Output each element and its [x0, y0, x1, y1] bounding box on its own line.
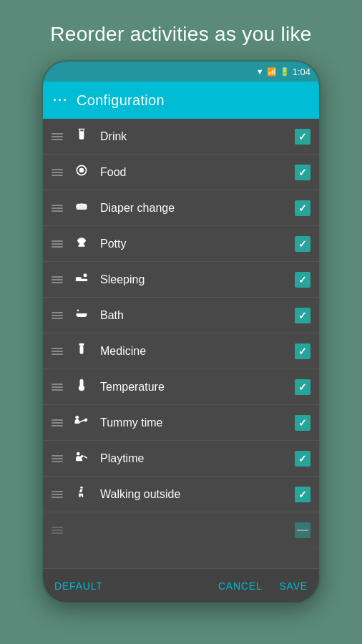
drink-icon: [73, 127, 90, 145]
temperature-icon: [73, 378, 90, 396]
list-item-medicine[interactable]: Medicine✓: [43, 333, 319, 369]
list-item-tummy-time[interactable]: Tummy time✓: [43, 405, 319, 441]
potty-checkbox[interactable]: ✓: [295, 236, 310, 252]
page-title: Reorder activities as you like: [36, 0, 326, 60]
food-checkbox[interactable]: ✓: [295, 165, 310, 180]
tummy-time-label: Tummy time: [100, 416, 295, 429]
walking-outside-icon: [73, 485, 90, 503]
list-item-diaper-change[interactable]: Diaper change✓: [43, 190, 319, 226]
drink-checkbox[interactable]: ✓: [295, 129, 310, 145]
svg-rect-2: [77, 204, 87, 210]
drag-handle-icon: [52, 527, 63, 534]
drag-handle-icon: [52, 312, 63, 319]
list-item-playtime[interactable]: Playtime✓: [43, 441, 319, 477]
svg-point-9: [77, 310, 79, 312]
bottom-bar: DEFAULT CANCEL SAVE: [43, 568, 319, 602]
drag-handle-icon: [52, 169, 63, 176]
tummy-time-icon: [73, 414, 90, 431]
medicine-icon: [73, 342, 90, 360]
diaper-change-label: Diaper change: [100, 202, 295, 215]
drag-handle-icon: [52, 240, 63, 248]
phone-screen: ▼ 📶 🔋 1:04 ··· Configuration Drink✓Food✓…: [43, 62, 319, 602]
potty-icon: [73, 235, 90, 253]
phone-container: ▼ 📶 🔋 1:04 ··· Configuration Drink✓Food✓…: [41, 60, 321, 604]
playtime-label: Playtime: [100, 452, 295, 465]
status-bar: ▼ 📶 🔋 1:04: [43, 62, 319, 82]
status-time: 1:04: [293, 67, 310, 77]
svg-rect-5: [78, 245, 85, 247]
list-item-sleeping[interactable]: Sleeping✓: [43, 262, 319, 298]
playtime-checkbox[interactable]: ✓: [295, 451, 310, 467]
svg-line-15: [84, 456, 87, 458]
diaper-change-icon: [73, 199, 90, 217]
sleeping-label: Sleeping: [100, 273, 295, 286]
temperature-label: Temperature: [100, 381, 295, 394]
drag-handle-icon: [52, 384, 63, 391]
list-item-temperature[interactable]: Temperature✓: [43, 369, 319, 405]
list-item-bath[interactable]: Bath✓: [43, 298, 319, 333]
drag-handle-icon: [52, 133, 63, 140]
tummy-time-checkbox[interactable]: ✓: [295, 415, 310, 431]
bath-checkbox[interactable]: ✓: [295, 308, 310, 323]
activity-list: Drink✓Food✓Diaper change✓Potty✓Sleeping✓…: [43, 119, 319, 568]
potty-label: Potty: [100, 238, 295, 250]
temperature-checkbox[interactable]: ✓: [295, 379, 310, 395]
diaper-change-checkbox[interactable]: ✓: [295, 200, 310, 216]
list-item-walking-outside[interactable]: Walking outside✓: [43, 477, 319, 512]
food-icon: [73, 163, 90, 181]
svg-point-3: [77, 238, 86, 243]
svg-point-13: [84, 418, 87, 421]
drag-handle-icon: [52, 348, 63, 355]
signal-icon: 📶: [267, 67, 277, 77]
drag-handle-icon: [52, 419, 63, 426]
list-item-drink[interactable]: Drink✓: [43, 119, 319, 155]
svg-rect-11: [80, 346, 84, 354]
toolbar-title: Configuration: [77, 92, 165, 109]
drag-handle-icon: [52, 455, 63, 462]
drag-handle-icon: [52, 276, 63, 283]
food-label: Food: [100, 166, 295, 179]
svg-rect-10: [79, 343, 84, 346]
cancel-button[interactable]: CANCEL: [218, 580, 263, 592]
bath-icon: [73, 306, 90, 324]
drink-label: Drink: [100, 130, 295, 143]
bath-label: Bath: [100, 309, 295, 322]
drag-handle-icon: [52, 205, 63, 212]
medicine-checkbox[interactable]: ✓: [295, 343, 310, 359]
list-item-potty[interactable]: Potty✓: [43, 226, 319, 262]
status-icons: ▼ 📶 🔋 1:04: [256, 67, 310, 77]
wifi-icon: ▼: [256, 67, 264, 76]
svg-rect-7: [76, 277, 82, 279]
drag-handle-icon: [52, 491, 63, 498]
activity-checkbox[interactable]: —: [295, 522, 310, 538]
svg-point-16: [80, 487, 82, 489]
toolbar: ··· Configuration: [43, 82, 319, 119]
default-button[interactable]: DEFAULT: [54, 580, 103, 592]
svg-point-1: [79, 168, 84, 173]
toolbar-menu-icon[interactable]: ···: [53, 93, 68, 108]
medicine-label: Medicine: [100, 345, 295, 358]
sleeping-checkbox[interactable]: ✓: [295, 272, 310, 288]
walking-outside-checkbox[interactable]: ✓: [295, 487, 310, 502]
list-item[interactable]: —: [43, 512, 319, 548]
svg-point-12: [75, 416, 79, 419]
sleeping-icon: [73, 270, 90, 288]
save-button[interactable]: SAVE: [279, 580, 308, 592]
battery-icon: 🔋: [280, 67, 290, 77]
playtime-icon: [73, 449, 90, 467]
svg-point-8: [84, 273, 87, 277]
svg-point-14: [77, 452, 80, 456]
list-item-food[interactable]: Food✓: [43, 155, 319, 190]
walking-outside-label: Walking outside: [100, 488, 295, 501]
